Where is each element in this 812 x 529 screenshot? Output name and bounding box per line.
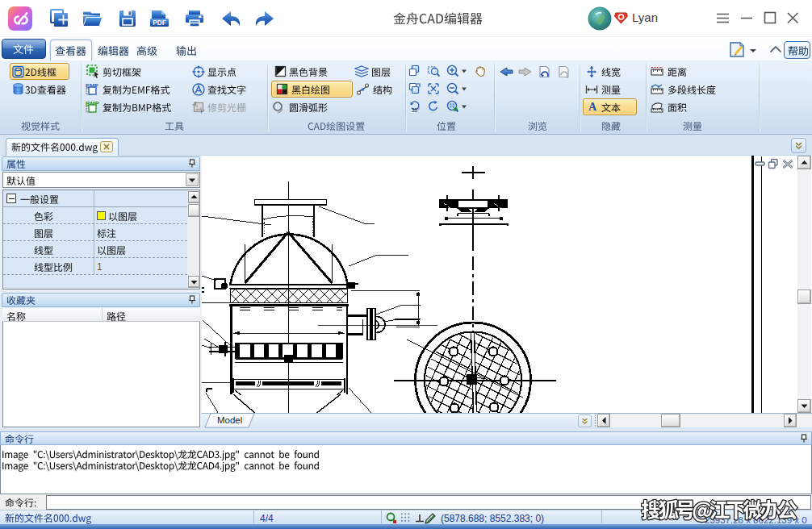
svg-text:35°: 35° (412, 107, 420, 113)
svg-text:PDF: PDF (153, 19, 165, 27)
svg-text:A: A (588, 101, 597, 112)
